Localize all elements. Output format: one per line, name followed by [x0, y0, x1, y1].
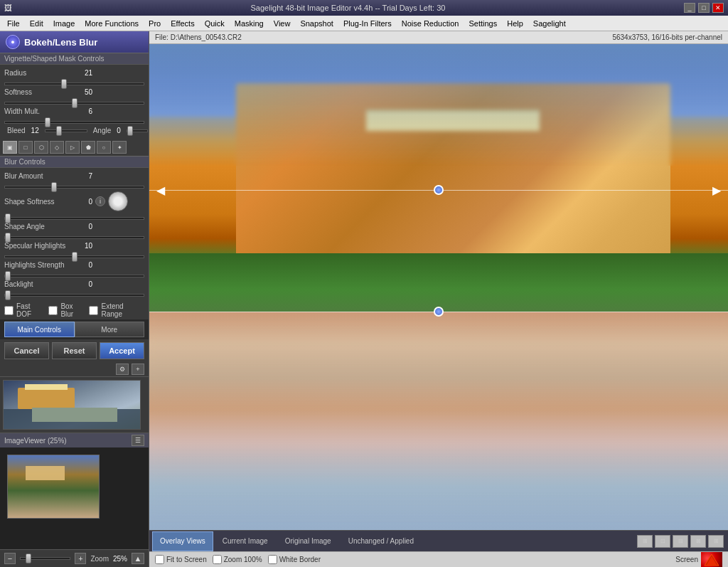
menu-settings[interactable]: Settings — [464, 18, 501, 29]
shape-angle-slider[interactable] — [4, 236, 144, 239]
close-button[interactable]: ✕ — [712, 3, 724, 13]
shape-btn-4[interactable]: ▷ — [65, 141, 80, 154]
fast-dof-checkbox[interactable] — [4, 306, 14, 315]
tab-current-image[interactable]: Current Image — [215, 531, 276, 551]
softness-slider[interactable] — [4, 102, 144, 105]
blur-amount-slider[interactable] — [4, 186, 144, 189]
shape-btn-7[interactable]: ✦ — [112, 141, 127, 154]
city-lower-layer — [149, 312, 728, 530]
thumbnail-image — [3, 380, 141, 430]
angle-slider[interactable] — [127, 129, 148, 132]
titlebar-controls: _ □ ✕ — [684, 3, 724, 13]
shape-angle-value: 0 — [78, 223, 92, 230]
cancel-button[interactable]: Cancel — [4, 342, 49, 359]
titlebar: 🖼 Sagelight 48-bit Image Editor v4.4h --… — [0, 0, 728, 16]
view-btn-4[interactable]: ⊠ — [690, 535, 706, 548]
backlight-slider[interactable] — [4, 294, 144, 297]
tab-main-controls[interactable]: Main Controls — [4, 322, 75, 337]
zoom-up-arrow[interactable]: ▲ — [132, 553, 144, 564]
zoom-in-button[interactable]: + — [75, 553, 86, 564]
extend-range-checkbox[interactable] — [89, 306, 98, 315]
highlights-slider[interactable] — [4, 275, 144, 277]
specular-slider[interactable] — [4, 255, 144, 258]
expand-icon[interactable]: + — [132, 364, 144, 375]
shape-softness-slider[interactable] — [4, 217, 144, 220]
action-buttons: Cancel Reset Accept — [0, 339, 149, 362]
vignette-section-label: Vignette/Shaped Mask Controls — [0, 53, 149, 65]
menu-help[interactable]: Help — [503, 18, 528, 29]
reset-button[interactable]: Reset — [52, 342, 97, 359]
parthenon — [366, 110, 540, 132]
box-blur-checkbox[interactable] — [48, 306, 58, 315]
white-border-label: White Border — [268, 555, 321, 564]
tab-original-image[interactable]: Original Image — [277, 531, 339, 551]
radius-slider[interactable] — [4, 83, 144, 85]
tab-buttons: Main Controls More — [0, 319, 149, 339]
view-btn-1[interactable]: ⊞ — [637, 535, 653, 548]
shape-btn-2[interactable]: ⬡ — [34, 141, 48, 154]
zoom-100-checkbox[interactable] — [213, 555, 222, 564]
menu-masking[interactable]: Masking — [230, 18, 268, 29]
settings-icon[interactable]: ⚙ — [116, 364, 129, 375]
view-btn-2[interactable]: ⊡ — [655, 535, 670, 548]
shape-softness-row: Shape Softness 0 i — [4, 191, 144, 211]
menu-snapshot[interactable]: Snapshot — [296, 18, 337, 29]
shape-softness-label: Shape Softness — [4, 198, 75, 206]
menu-edit[interactable]: Edit — [26, 18, 48, 29]
iv-header: ImageViewer (25%) ☰ — [0, 433, 149, 447]
white-border-checkbox[interactable] — [268, 555, 277, 564]
menu-image[interactable]: Image — [49, 18, 80, 29]
menubar: File Edit Image More Functions Pro Effec… — [0, 16, 728, 31]
fit-to-screen-label: Fit to Screen — [155, 555, 207, 564]
width-mult-slider[interactable] — [4, 121, 144, 124]
info-icon[interactable]: i — [95, 196, 105, 206]
blur-section-label: Blur Controls — [0, 156, 149, 168]
menu-noise-reduction[interactable]: Noise Reduction — [397, 18, 464, 29]
zoom-100-label: Zoom 100% — [213, 555, 262, 564]
view-btn-3[interactable]: ⊟ — [673, 535, 688, 548]
bottom-bar: Overlay Views Current Image Original Ima… — [149, 530, 728, 551]
minimize-button[interactable]: _ — [684, 3, 695, 13]
restore-button[interactable]: □ — [698, 3, 710, 13]
menu-pro[interactable]: Pro — [144, 18, 165, 29]
menu-sagelight[interactable]: Sagelight — [529, 18, 570, 29]
menu-more-functions[interactable]: More Functions — [80, 18, 143, 29]
shape-btn-5[interactable]: ⬟ — [81, 141, 95, 154]
checkboxes-row: Fast DOF Box Blur Extend Range — [0, 301, 149, 319]
softness-value: 50 — [78, 88, 92, 96]
menu-effects[interactable]: Effects — [166, 18, 198, 29]
backlight-label: Backlight — [4, 280, 75, 288]
focus-handle-bottom[interactable] — [434, 307, 444, 317]
shape-angle-label: Shape Angle — [4, 223, 75, 230]
softness-label: Softness — [4, 88, 75, 96]
arrow-right[interactable]: ▶ — [712, 183, 721, 196]
view-btn-5[interactable]: ⊞ — [708, 535, 724, 548]
menu-file[interactable]: File — [3, 18, 24, 29]
iv-title: ImageViewer (25%) — [4, 437, 67, 445]
bleed-slider[interactable] — [45, 129, 87, 132]
blur-amount-label: Blur Amount — [4, 172, 75, 180]
svg-rect-2 — [25, 384, 68, 390]
shape-softness-value: 0 — [78, 198, 92, 206]
shape-btn-3[interactable]: ◇ — [50, 141, 64, 154]
fit-to-screen-checkbox[interactable] — [155, 555, 164, 564]
shape-btn-1[interactable]: □ — [18, 141, 33, 154]
arrow-left[interactable]: ◀ — [156, 183, 165, 196]
menu-plugin-filters[interactable]: Plug-In Filters — [339, 18, 396, 29]
radius-value: 21 — [78, 69, 92, 77]
backlight-row: Backlight 0 — [4, 280, 144, 288]
tab-unchanged-applied[interactable]: Unchanged / Applied — [341, 531, 422, 551]
menu-view[interactable]: View — [269, 18, 295, 29]
zoom-out-button[interactable]: − — [4, 553, 16, 564]
focus-handle-top[interactable] — [434, 185, 444, 195]
iv-menu-icon[interactable]: ☰ — [132, 435, 144, 446]
tab-overlay-views[interactable]: Overlay Views — [152, 531, 213, 551]
zoom-slider[interactable] — [20, 557, 70, 560]
menu-quick[interactable]: Quick — [200, 18, 229, 29]
shape-btn-6[interactable]: ○ — [97, 141, 111, 154]
bottom-tab-group: Overlay Views Current Image Original Ima… — [149, 531, 424, 551]
screen-label: Screen — [675, 556, 698, 563]
accept-button[interactable]: Accept — [100, 342, 144, 359]
shape-btn-0[interactable]: ▣ — [3, 141, 17, 154]
tab-more[interactable]: More — [75, 322, 145, 337]
